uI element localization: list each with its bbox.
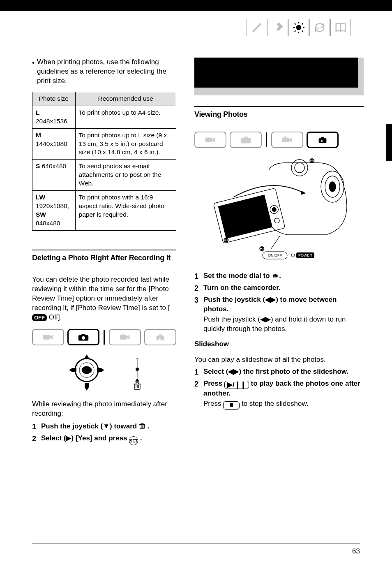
- svg-point-36: [244, 139, 247, 142]
- play-pause-button-icon: ▶/❙❙: [224, 381, 249, 389]
- r-step2-head: Turn on the camcorder.: [203, 284, 281, 292]
- svg-rect-16: [159, 334, 162, 336]
- mode-photo-rec-icon: [230, 132, 262, 148]
- th-photo-size: Photo size: [32, 92, 76, 106]
- s2-pre: Press: [203, 380, 224, 387]
- svg-point-0: [296, 25, 302, 30]
- r-step1-post: .: [279, 272, 281, 280]
- svg-line-8: [295, 31, 296, 32]
- table-row: LW 1920x1080, SW 848x480To print photos …: [32, 191, 176, 231]
- set-button-icon: SET: [129, 436, 138, 445]
- right-step-1: Set the mode dial to .: [194, 271, 364, 281]
- left-right-arrow-icon: ◀▶: [260, 315, 271, 323]
- trash-slider-icon: [130, 357, 145, 390]
- svg-rect-38: [282, 138, 289, 142]
- right-step-3: Push the joystick (◀▶) to move between p…: [194, 295, 364, 334]
- cycle-icon: [309, 19, 330, 36]
- trash-icon: [139, 423, 145, 429]
- svg-rect-34: [205, 138, 212, 142]
- left-step2-pre: Select (: [41, 434, 66, 442]
- svg-point-45: [295, 163, 304, 173]
- after-review-text: While reviewing the photo immediately af…: [32, 400, 176, 419]
- slide-step-1: Select (◀▶) the first photo of the slide…: [194, 367, 364, 377]
- r-step3-sub-pre: Push the joystick (: [203, 315, 260, 323]
- slideshow-heading: Slideshow: [194, 340, 364, 351]
- mode-separator: [104, 330, 105, 345]
- delete-intro-post: Off].: [47, 313, 62, 321]
- svg-line-53: [271, 236, 280, 249]
- svg-point-50: [272, 207, 277, 212]
- power-label: POWER: [298, 253, 313, 257]
- svg-rect-37: [244, 137, 247, 139]
- print-guideline-bullet: • When printing photos, use the followin…: [32, 58, 176, 86]
- svg-rect-40: [321, 137, 324, 139]
- side-tab: [386, 124, 392, 161]
- s2-sub-pre: Press: [203, 400, 223, 407]
- left-step-2: Select (▶) [Yes] and press SET .: [32, 434, 176, 446]
- svg-point-44: [291, 160, 308, 176]
- r-step3-pre: Push the joystick (: [203, 296, 265, 303]
- joystick-trash-illustration: SET: [32, 353, 176, 394]
- table-row: S 640x480To send photos as e-mail attach…: [32, 160, 176, 191]
- svg-line-5: [295, 23, 296, 25]
- delete-intro: You can delete the photo recorded last w…: [32, 275, 176, 322]
- photo-play-icon: [272, 273, 279, 278]
- footer-rule: [32, 544, 360, 544]
- onoff-label: ON/OFF: [268, 253, 282, 257]
- right-arrow-icon: ▶: [66, 434, 71, 442]
- left-step1-post: ) toward: [110, 422, 139, 430]
- left-step2-tail: .: [138, 434, 142, 442]
- delete-photo-heading: Deleting a Photo Right After Recording I…: [32, 250, 176, 263]
- svg-text:③: ③: [224, 237, 229, 243]
- svg-text:①: ①: [309, 157, 315, 164]
- left-step1-pre: Push the joystick (: [41, 422, 103, 430]
- svg-point-23: [136, 368, 139, 371]
- camcorder-illustration: ① ③ ②: [194, 154, 364, 265]
- left-step1-tail: .: [145, 422, 149, 430]
- slide-step-2: Press ▶/❙❙ to play back the photos one a…: [194, 379, 364, 410]
- down-arrow-icon: ▼: [103, 422, 110, 430]
- mode-row-right: [194, 132, 364, 148]
- svg-text:②: ②: [259, 245, 265, 252]
- mode-photo-rec-icon: [67, 329, 99, 345]
- slideshow-intro: You can play a slideshow of all the phot…: [194, 355, 364, 365]
- svg-line-6: [302, 31, 303, 32]
- table-row: L 2048x1536To print photos up to A4 size…: [32, 106, 176, 128]
- section-banner: Basic Playback: [194, 58, 364, 95]
- page-number: 63: [352, 547, 360, 555]
- svg-rect-14: [120, 335, 127, 339]
- svg-rect-13: [81, 334, 85, 336]
- svg-point-51: [274, 218, 280, 224]
- svg-text:SET: SET: [83, 369, 90, 373]
- section-title: Basic Playback: [200, 60, 243, 84]
- mode-photo-play-icon: [307, 132, 339, 148]
- left-step-1: Push the joystick (▼) toward .: [32, 422, 176, 431]
- paint-brush-icon: [267, 19, 288, 36]
- book-icon: [330, 19, 351, 36]
- left-steps: Push the joystick (▼) toward . Select (▶…: [32, 422, 176, 446]
- right-column: Basic Playback Viewing Photos: [194, 58, 364, 542]
- mode-video-rec-icon: [32, 329, 64, 345]
- mode-video-play-icon: [109, 329, 141, 345]
- sun-icon: [288, 19, 309, 36]
- s1-pre: Select (: [203, 368, 228, 375]
- svg-point-56: [291, 254, 295, 257]
- svg-rect-48: [218, 195, 272, 238]
- mode-video-rec-icon: [194, 132, 226, 148]
- svg-rect-10: [43, 335, 50, 339]
- paint-edit-icon: [247, 19, 267, 36]
- left-column: • When printing photos, use the followin…: [32, 58, 176, 542]
- mode-video-play-icon: [271, 132, 303, 148]
- left-step2-post: ) [Yes] and press: [71, 434, 129, 442]
- svg-point-43: [329, 182, 336, 192]
- viewing-photos-heading: Viewing Photos: [194, 106, 364, 119]
- left-right-arrow-icon: ◀▶: [265, 296, 276, 303]
- svg-point-12: [82, 336, 85, 339]
- svg-rect-59: [274, 274, 277, 275]
- stop-button-icon: ■: [223, 401, 240, 410]
- delete-intro-pre: You can delete the photo recorded last w…: [32, 275, 172, 312]
- s1-post: ) the first photo of the slideshow.: [239, 368, 348, 375]
- slideshow-steps: Select (◀▶) the first photo of the slide…: [194, 367, 364, 410]
- top-black-bar: [0, 0, 392, 11]
- mode-row-left: [32, 329, 176, 345]
